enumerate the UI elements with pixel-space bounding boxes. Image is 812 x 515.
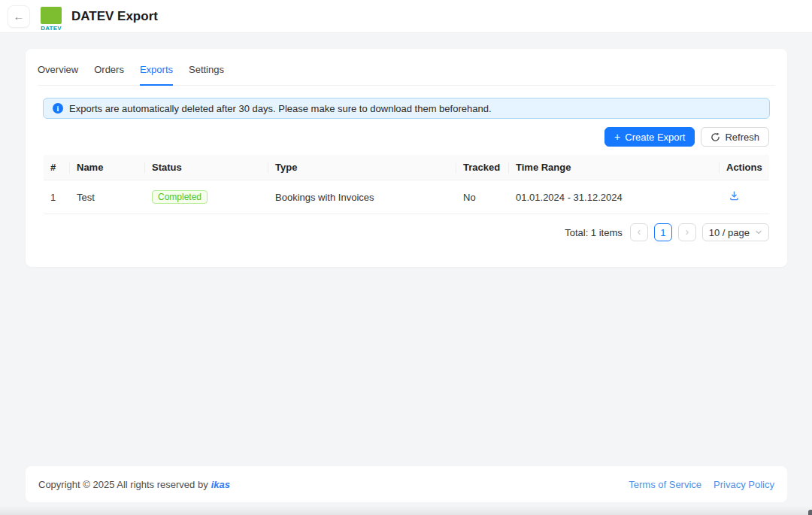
cell-time-range: 01.01.2024 - 31.12.2024 (509, 180, 720, 214)
info-alert-text: Exports are automatically deleted after … (69, 103, 492, 114)
table-row: 1 Test Completed Bookings with Invoices … (44, 180, 769, 214)
terms-of-service-link[interactable]: Terms of Service (629, 479, 701, 490)
tab-overview[interactable]: Overview (38, 64, 78, 86)
tab-settings[interactable]: Settings (189, 64, 224, 86)
cell-actions (720, 180, 769, 214)
page-size-select[interactable]: 10 / page (702, 223, 769, 241)
copyright-text: Copyright © 2025 All rights reserved byi… (38, 479, 230, 490)
tab-orders[interactable]: Orders (94, 64, 124, 86)
cell-tracked: No (456, 180, 509, 214)
download-icon (729, 190, 740, 201)
column-header-name: Name (70, 155, 145, 180)
chevron-down-icon (755, 229, 762, 236)
pagination: Total: 1 items ‹ 1 › 10 / page (44, 223, 769, 241)
datev-logo: DATEV (40, 7, 62, 32)
ikas-brand-link[interactable]: ikas (211, 479, 230, 490)
status-badge: Completed (152, 190, 208, 204)
copyright-prefix: Copyright © 2025 All rights reserved by (38, 479, 208, 490)
create-export-label: Create Export (625, 132, 685, 143)
info-icon: i (53, 103, 63, 114)
pagination-prev-button[interactable]: ‹ (630, 223, 648, 241)
refresh-label: Refresh (725, 132, 759, 143)
info-alert: i Exports are automatically deleted afte… (43, 98, 770, 119)
refresh-icon (710, 132, 720, 142)
cell-index: 1 (44, 180, 70, 214)
create-export-button[interactable]: + Create Export (604, 127, 695, 147)
arrow-left-icon: ← (14, 10, 25, 23)
plus-icon: + (614, 132, 620, 142)
page-title: DATEV Export (71, 9, 158, 24)
table-header-row: # Name Status Type Tracked Time Range Ac… (44, 155, 769, 180)
bottom-shadow (0, 506, 812, 515)
window-corner-notch (808, 510, 812, 515)
page-size-value: 10 / page (709, 227, 750, 238)
column-header-status: Status (145, 155, 268, 180)
datev-logo-wordmark: DATEV (41, 25, 62, 32)
top-header-bar: ← DATEV DATEV Export (0, 0, 812, 33)
cell-type: Bookings with Invoices (268, 180, 456, 214)
download-button[interactable] (726, 190, 740, 201)
column-header-index: # (44, 155, 70, 180)
footer-bar: Copyright © 2025 All rights reserved byi… (26, 466, 787, 502)
column-header-tracked: Tracked (456, 155, 509, 180)
chevron-right-icon: › (685, 226, 689, 238)
refresh-button[interactable]: Refresh (701, 127, 769, 147)
chevron-left-icon: ‹ (637, 226, 641, 238)
back-button[interactable]: ← (8, 5, 30, 28)
column-header-time-range: Time Range (509, 155, 720, 180)
pagination-page-1[interactable]: 1 (654, 223, 672, 241)
toolbar: + Create Export Refresh (44, 127, 769, 147)
tab-exports[interactable]: Exports (140, 64, 173, 86)
cell-status: Completed (145, 180, 268, 214)
main-content-card: Overview Orders Exports Settings i Expor… (26, 49, 787, 267)
column-header-type: Type (268, 155, 456, 180)
footer-links: Terms of Service Privacy Policy (629, 479, 774, 490)
column-header-actions: Actions (720, 155, 769, 180)
pagination-next-button[interactable]: › (678, 223, 696, 241)
datev-logo-square (41, 7, 62, 24)
tab-bar: Overview Orders Exports Settings (38, 49, 775, 86)
exports-table: # Name Status Type Tracked Time Range Ac… (44, 155, 769, 214)
pagination-total: Total: 1 items (565, 227, 623, 238)
cell-name: Test (70, 180, 145, 214)
privacy-policy-link[interactable]: Privacy Policy (714, 479, 774, 490)
